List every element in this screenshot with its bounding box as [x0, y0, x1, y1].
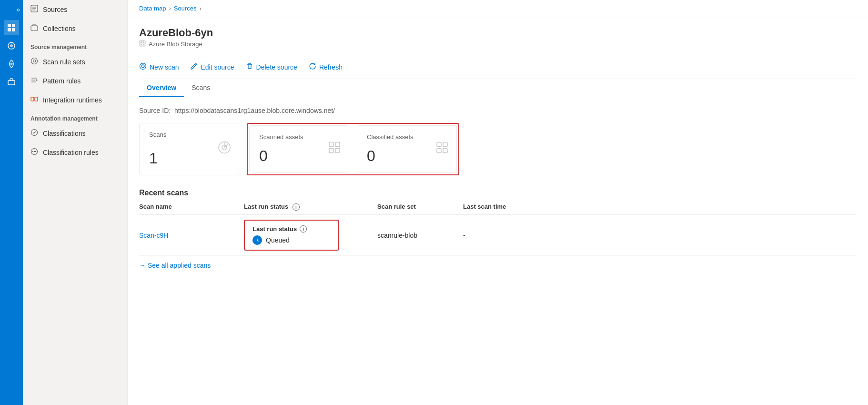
svg-rect-7: [8, 81, 15, 85]
breadcrumb-sep-1: ›: [169, 5, 171, 12]
toolbar: New scan Edit source Delete source: [139, 56, 857, 79]
svg-rect-9: [31, 26, 38, 30]
data-map-nav-icon[interactable]: [4, 20, 19, 35]
scans-card: Scans 1: [139, 123, 239, 175]
svg-point-19: [35, 151, 36, 152]
svg-rect-29: [329, 142, 333, 147]
svg-rect-0: [8, 24, 11, 27]
collections-icon: [30, 24, 38, 33]
svg-rect-33: [437, 142, 441, 147]
scan-rule-set-cell: scanrule-blob: [377, 232, 463, 239]
scanned-assets-value: 0: [259, 147, 339, 165]
tabs: Overview Scans: [139, 79, 857, 97]
svg-rect-34: [443, 142, 447, 147]
sidebar-item-scan-rule-sets[interactable]: Scan rule sets: [23, 52, 127, 71]
svg-rect-35: [437, 149, 441, 153]
pattern-rules-icon: [30, 76, 38, 86]
col-header-last-scan-time: Last scan time: [463, 203, 506, 211]
collapse-icon[interactable]: »: [16, 6, 23, 13]
svg-point-11: [33, 60, 36, 62]
breadcrumb-sources[interactable]: Sources: [174, 5, 197, 12]
scan-rule-sets-label: Scan rule sets: [43, 58, 85, 66]
queued-icon: [252, 235, 262, 245]
svg-point-12: [36, 80, 38, 81]
source-id-label: Source ID:: [139, 107, 171, 114]
sidebar-item-pattern-rules[interactable]: Pattern rules: [23, 71, 127, 91]
delete-source-label: Delete source: [256, 63, 297, 71]
info-icon[interactable]: i: [293, 203, 300, 211]
breadcrumb-data-map[interactable]: Data map: [139, 5, 166, 12]
classified-assets-grid-icon: [435, 141, 449, 158]
classification-rules-label: Classification rules: [43, 149, 99, 156]
table-row: Scan-c9H Last run status i: [139, 215, 857, 256]
edit-source-button[interactable]: Edit source: [190, 61, 234, 74]
status-label: Queued: [266, 236, 290, 244]
delete-source-button[interactable]: Delete source: [246, 61, 297, 74]
annotation-management-section: Annotation management: [23, 110, 127, 124]
refresh-icon: [309, 62, 316, 72]
classified-assets-card: Classified assets 0: [357, 125, 457, 173]
edit-source-label: Edit source: [201, 63, 234, 71]
sidebar-item-collections[interactable]: Collections: [23, 19, 127, 38]
svg-rect-3: [12, 28, 15, 31]
status-value: Queued: [252, 235, 331, 245]
highlighted-stats-group: Scanned assets 0 Classified assets: [247, 123, 459, 175]
svg-point-17: [32, 151, 33, 152]
last-run-status-label: Last run status: [244, 203, 288, 210]
status-info-icon[interactable]: i: [300, 225, 307, 233]
insights-nav-icon[interactable]: [4, 38, 19, 53]
subtitle-text: Azure Blob Storage: [149, 40, 202, 48]
refresh-button[interactable]: Refresh: [309, 61, 343, 74]
scanned-assets-grid-icon: [328, 141, 341, 158]
scan-name-link[interactable]: Scan-c9H: [139, 232, 168, 239]
svg-rect-13: [31, 97, 34, 101]
svg-rect-31: [329, 149, 333, 153]
tab-scans[interactable]: Scans: [184, 79, 218, 97]
classified-assets-value: 0: [367, 147, 447, 165]
classification-rules-icon: [30, 148, 38, 157]
svg-rect-14: [35, 97, 38, 101]
svg-rect-24: [143, 44, 144, 45]
content-area: AzureBlob-6yn Azure Blob Storage: [128, 17, 868, 405]
breadcrumb-sep-2: ›: [199, 5, 201, 12]
edit-source-icon: [190, 62, 198, 72]
management-nav-icon[interactable]: [4, 56, 19, 71]
new-scan-button[interactable]: New scan: [139, 61, 179, 74]
scan-name-cell: Scan-c9H: [139, 232, 244, 239]
refresh-label: Refresh: [319, 63, 343, 71]
svg-rect-22: [143, 41, 144, 43]
tools-nav-icon[interactable]: [4, 74, 19, 90]
col-header-last-run: Last run status i: [244, 203, 377, 211]
svg-rect-2: [8, 28, 11, 31]
status-header-label: Last run status: [252, 225, 297, 233]
status-header: Last run status i: [252, 225, 331, 234]
col-header-scan-rule-set: Scan rule set: [377, 203, 463, 211]
scanned-assets-label: Scanned assets: [259, 133, 339, 141]
col-header-scan-name: Scan name: [139, 203, 244, 211]
svg-rect-30: [335, 142, 340, 147]
scan-rule-sets-icon: [30, 57, 38, 67]
icon-rail: »: [0, 0, 23, 405]
source-management-section: Source management: [23, 38, 127, 52]
sidebar-item-sources[interactable]: Sources: [23, 0, 127, 19]
classified-assets-label: Classified assets: [367, 133, 447, 141]
sidebar-item-classification-rules[interactable]: Classification rules: [23, 143, 127, 162]
svg-rect-1: [12, 24, 15, 27]
sources-label: Sources: [43, 6, 67, 13]
new-scan-label: New scan: [150, 63, 179, 71]
sidebar-item-classifications[interactable]: Classifications: [23, 124, 127, 143]
pattern-rules-label: Pattern rules: [43, 77, 81, 85]
status-highlight-box: Last run status i Queued: [244, 220, 339, 251]
svg-point-18: [34, 151, 35, 152]
tab-overview[interactable]: Overview: [139, 79, 184, 97]
scans-label: Scans: [149, 131, 229, 138]
integration-runtimes-label: Integration runtimes: [43, 96, 102, 104]
sources-icon: [30, 5, 38, 14]
page-subtitle: Azure Blob Storage: [139, 40, 857, 48]
svg-rect-21: [141, 41, 142, 43]
sidebar-item-integration-runtimes[interactable]: Integration runtimes: [23, 91, 127, 110]
collections-label: Collections: [43, 25, 75, 32]
recent-scans-title: Recent scans: [139, 189, 857, 197]
table-header: Scan name Last run status i Scan rule se…: [139, 203, 857, 215]
see-all-scans-link[interactable]: → See all applied scans: [139, 262, 857, 269]
